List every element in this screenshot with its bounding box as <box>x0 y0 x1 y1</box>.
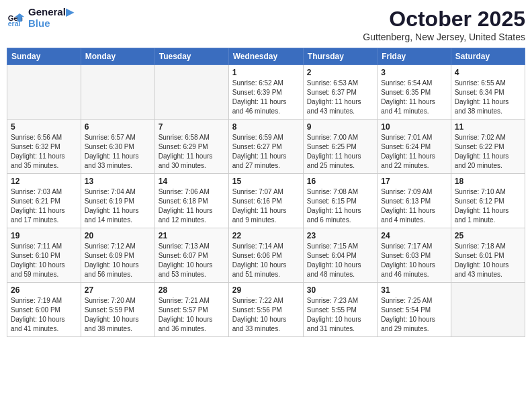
weekday-header-tuesday: Tuesday <box>154 48 228 65</box>
calendar-cell: 19Sunrise: 7:11 AM Sunset: 6:10 PM Dayli… <box>7 228 81 283</box>
day-info: Sunrise: 7:03 AM Sunset: 6:21 PM Dayligh… <box>11 187 77 225</box>
logo: Gen eral General▶ Blue <box>7 7 74 29</box>
day-number: 5 <box>11 122 77 132</box>
day-number: 18 <box>455 177 521 186</box>
calendar-cell: 23Sunrise: 7:15 AM Sunset: 6:04 PM Dayli… <box>303 228 377 283</box>
calendar-cell: 9Sunrise: 7:00 AM Sunset: 6:25 PM Daylig… <box>303 120 377 174</box>
weekday-header-thursday: Thursday <box>303 48 377 65</box>
day-info: Sunrise: 7:06 AM Sunset: 6:18 PM Dayligh… <box>159 187 225 225</box>
weekday-header-sunday: Sunday <box>7 48 81 65</box>
calendar-cell: 16Sunrise: 7:08 AM Sunset: 6:15 PM Dayli… <box>303 174 377 228</box>
day-info: Sunrise: 6:55 AM Sunset: 6:34 PM Dayligh… <box>455 79 521 116</box>
day-info: Sunrise: 7:09 AM Sunset: 6:13 PM Dayligh… <box>381 187 447 225</box>
calendar-week-2: 5Sunrise: 6:56 AM Sunset: 6:32 PM Daylig… <box>7 120 525 174</box>
calendar-table: SundayMondayTuesdayWednesdayThursdayFrid… <box>7 48 525 337</box>
day-info: Sunrise: 7:25 AM Sunset: 5:54 PM Dayligh… <box>381 296 447 334</box>
day-number: 29 <box>232 285 300 295</box>
calendar-cell: 13Sunrise: 7:04 AM Sunset: 6:19 PM Dayli… <box>81 174 154 228</box>
day-number: 8 <box>232 122 300 132</box>
day-number: 30 <box>307 285 373 295</box>
day-number: 20 <box>85 231 151 240</box>
calendar-cell: 29Sunrise: 7:22 AM Sunset: 5:56 PM Dayli… <box>228 283 303 337</box>
day-number: 7 <box>159 122 225 132</box>
calendar-week-5: 26Sunrise: 7:19 AM Sunset: 6:00 PM Dayli… <box>7 283 525 337</box>
day-number: 25 <box>455 231 521 240</box>
calendar-cell: 7Sunrise: 6:58 AM Sunset: 6:29 PM Daylig… <box>154 120 228 174</box>
logo-icon: Gen eral <box>7 9 26 28</box>
day-info: Sunrise: 6:53 AM Sunset: 6:37 PM Dayligh… <box>307 79 373 116</box>
day-info: Sunrise: 7:21 AM Sunset: 5:57 PM Dayligh… <box>159 296 225 334</box>
day-number: 27 <box>85 285 151 295</box>
day-info: Sunrise: 6:52 AM Sunset: 6:39 PM Dayligh… <box>232 79 300 116</box>
location: Guttenberg, New Jersey, United States <box>363 32 525 42</box>
day-number: 26 <box>11 285 77 295</box>
calendar-cell: 31Sunrise: 7:25 AM Sunset: 5:54 PM Dayli… <box>378 283 451 337</box>
day-number: 15 <box>232 177 300 186</box>
day-info: Sunrise: 7:19 AM Sunset: 6:00 PM Dayligh… <box>11 296 77 334</box>
day-info: Sunrise: 7:01 AM Sunset: 6:24 PM Dayligh… <box>381 133 447 171</box>
day-info: Sunrise: 6:57 AM Sunset: 6:30 PM Dayligh… <box>85 133 151 171</box>
day-number: 2 <box>307 68 373 77</box>
calendar-cell: 20Sunrise: 7:12 AM Sunset: 6:09 PM Dayli… <box>81 228 154 283</box>
day-number: 12 <box>11 177 77 186</box>
day-info: Sunrise: 7:23 AM Sunset: 5:55 PM Dayligh… <box>307 296 373 334</box>
weekday-header-friday: Friday <box>378 48 451 65</box>
day-info: Sunrise: 7:02 AM Sunset: 6:22 PM Dayligh… <box>455 133 521 171</box>
day-number: 24 <box>381 231 447 240</box>
page-header: Gen eral General▶ Blue October 2025 Gutt… <box>7 7 525 42</box>
calendar-cell: 12Sunrise: 7:03 AM Sunset: 6:21 PM Dayli… <box>7 174 81 228</box>
day-info: Sunrise: 7:18 AM Sunset: 6:01 PM Dayligh… <box>455 242 521 279</box>
day-info: Sunrise: 7:15 AM Sunset: 6:04 PM Dayligh… <box>307 242 373 279</box>
day-info: Sunrise: 7:07 AM Sunset: 6:16 PM Dayligh… <box>232 187 300 225</box>
day-info: Sunrise: 7:20 AM Sunset: 5:59 PM Dayligh… <box>85 296 151 334</box>
calendar-cell: 3Sunrise: 6:54 AM Sunset: 6:35 PM Daylig… <box>378 65 451 120</box>
day-info: Sunrise: 7:14 AM Sunset: 6:06 PM Dayligh… <box>232 242 300 279</box>
logo-text: General▶ Blue <box>28 7 74 29</box>
calendar-cell: 22Sunrise: 7:14 AM Sunset: 6:06 PM Dayli… <box>228 228 303 283</box>
calendar-cell: 2Sunrise: 6:53 AM Sunset: 6:37 PM Daylig… <box>303 65 377 120</box>
calendar-cell: 6Sunrise: 6:57 AM Sunset: 6:30 PM Daylig… <box>81 120 154 174</box>
weekday-header-row: SundayMondayTuesdayWednesdayThursdayFrid… <box>7 48 525 65</box>
day-number: 19 <box>11 231 77 240</box>
day-info: Sunrise: 6:59 AM Sunset: 6:27 PM Dayligh… <box>232 133 300 171</box>
calendar-cell: 1Sunrise: 6:52 AM Sunset: 6:39 PM Daylig… <box>228 65 303 120</box>
calendar-cell <box>451 283 525 337</box>
calendar-cell: 26Sunrise: 7:19 AM Sunset: 6:00 PM Dayli… <box>7 283 81 337</box>
calendar-cell <box>154 65 228 120</box>
calendar-cell: 14Sunrise: 7:06 AM Sunset: 6:18 PM Dayli… <box>154 174 228 228</box>
calendar-cell: 30Sunrise: 7:23 AM Sunset: 5:55 PM Dayli… <box>303 283 377 337</box>
title-block: October 2025 Guttenberg, New Jersey, Uni… <box>363 7 525 42</box>
day-number: 11 <box>455 122 521 132</box>
day-info: Sunrise: 7:13 AM Sunset: 6:07 PM Dayligh… <box>159 242 225 279</box>
calendar-cell: 27Sunrise: 7:20 AM Sunset: 5:59 PM Dayli… <box>81 283 154 337</box>
day-number: 13 <box>85 177 151 186</box>
calendar-cell: 24Sunrise: 7:17 AM Sunset: 6:03 PM Dayli… <box>378 228 451 283</box>
calendar-cell: 17Sunrise: 7:09 AM Sunset: 6:13 PM Dayli… <box>378 174 451 228</box>
day-number: 14 <box>159 177 225 186</box>
calendar-cell <box>81 65 154 120</box>
day-info: Sunrise: 7:12 AM Sunset: 6:09 PM Dayligh… <box>85 242 151 279</box>
day-info: Sunrise: 6:58 AM Sunset: 6:29 PM Dayligh… <box>159 133 225 171</box>
calendar-cell: 25Sunrise: 7:18 AM Sunset: 6:01 PM Dayli… <box>451 228 525 283</box>
day-number: 4 <box>455 68 521 77</box>
day-info: Sunrise: 7:17 AM Sunset: 6:03 PM Dayligh… <box>381 242 447 279</box>
calendar-cell <box>7 65 81 120</box>
day-number: 1 <box>232 68 300 77</box>
day-number: 23 <box>307 231 373 240</box>
calendar-week-4: 19Sunrise: 7:11 AM Sunset: 6:10 PM Dayli… <box>7 228 525 283</box>
day-number: 31 <box>381 285 447 295</box>
day-info: Sunrise: 7:22 AM Sunset: 5:56 PM Dayligh… <box>232 296 300 334</box>
calendar-cell: 15Sunrise: 7:07 AM Sunset: 6:16 PM Dayli… <box>228 174 303 228</box>
day-info: Sunrise: 7:00 AM Sunset: 6:25 PM Dayligh… <box>307 133 373 171</box>
day-number: 6 <box>85 122 151 132</box>
day-info: Sunrise: 6:54 AM Sunset: 6:35 PM Dayligh… <box>381 79 447 116</box>
calendar-cell: 5Sunrise: 6:56 AM Sunset: 6:32 PM Daylig… <box>7 120 81 174</box>
month-title: October 2025 <box>363 7 525 32</box>
calendar-cell: 4Sunrise: 6:55 AM Sunset: 6:34 PM Daylig… <box>451 65 525 120</box>
day-number: 16 <box>307 177 373 186</box>
weekday-header-wednesday: Wednesday <box>228 48 303 65</box>
day-number: 17 <box>381 177 447 186</box>
day-number: 22 <box>232 231 300 240</box>
calendar-cell: 8Sunrise: 6:59 AM Sunset: 6:27 PM Daylig… <box>228 120 303 174</box>
day-info: Sunrise: 7:04 AM Sunset: 6:19 PM Dayligh… <box>85 187 151 225</box>
